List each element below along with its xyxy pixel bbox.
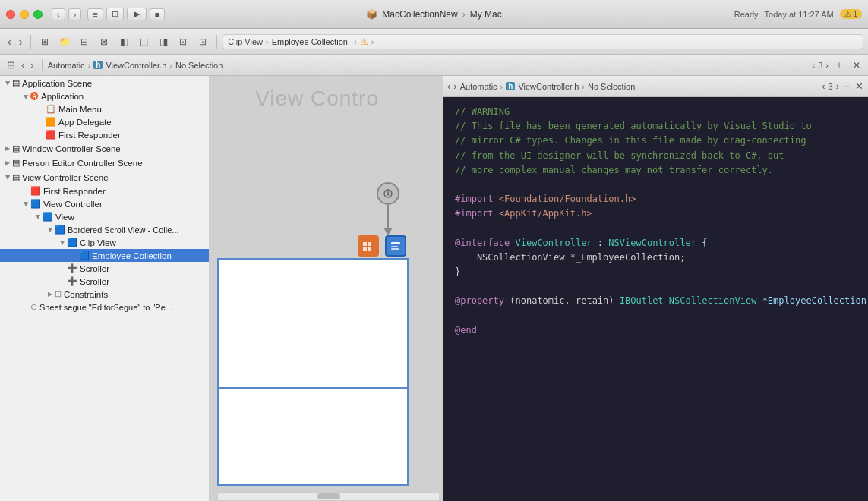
bc-location[interactable]: No Selection <box>175 61 223 70</box>
sidebar-item-first-responder-app[interactable]: 🟥 First Responder <box>0 128 209 141</box>
sidebar-item-scroller-1[interactable]: ➕ Scroller <box>0 262 209 275</box>
sidebar-section-person-editor-scene[interactable]: ▶ ▤ Person Editor Controller Scene <box>0 156 209 170</box>
sidebar-item-application[interactable]: ▶ 🅐 Application <box>0 90 209 102</box>
tb2-back-icon[interactable]: ‹ <box>813 61 816 70</box>
triangle-icon: ▶ <box>3 145 12 152</box>
layout-right-icon[interactable]: ◨ <box>155 33 172 50</box>
sidebar-section-application-scene[interactable]: ▶ ▤ Application Scene <box>0 76 209 90</box>
bc-arrow: › <box>266 37 269 46</box>
sidebar-item-constraints[interactable]: ▶ ⊡ Constraints <box>0 288 209 301</box>
bc-filename[interactable]: ViewController.h <box>106 61 166 70</box>
code-line <box>455 222 856 236</box>
code-area: ‹ › Automatic › h ViewController.h › No … <box>443 76 868 501</box>
sidebar-item-view[interactable]: ▶ 🟦 View <box>0 210 209 223</box>
sidebar-section-view-controller-scene[interactable]: ▶ ▤ View Controller Scene <box>0 170 209 184</box>
tb2-grid-icon[interactable]: ⊞ <box>5 59 17 71</box>
sidebar-item-sheet-segue[interactable]: ⊙ Sheet segue "EditorSegue" to "Pe... <box>0 301 209 314</box>
canvas-arrow <box>377 182 399 235</box>
minimize-button[interactable] <box>20 10 29 19</box>
constraints-icon: ⊡ <box>55 289 62 299</box>
main-toolbar: ‹ › ⊞ 📁 ⊟ ⊠ ◧ ◫ ◨ ⊡ ⊡ Clip View › Employ… <box>0 29 868 55</box>
bc-layout-mode[interactable]: Automatic <box>460 82 497 91</box>
tb2-forward-icon[interactable]: › <box>825 61 829 70</box>
bc-sep1: › <box>88 61 91 70</box>
code-add-btn[interactable]: ＋ <box>842 80 852 93</box>
code-line: // from the UI designer will be synchron… <box>455 149 856 163</box>
toolbar-forward-button[interactable]: › <box>16 34 26 49</box>
code-line: // This file has been generated automati… <box>455 119 856 134</box>
sidebar-item-scroller-2[interactable]: ➕ Scroller <box>0 275 209 288</box>
size-icon[interactable]: ⊡ <box>194 33 211 50</box>
forward-button[interactable]: › <box>68 8 82 20</box>
bc-file-name[interactable]: ViewController.h <box>518 82 579 91</box>
layout-left-icon[interactable]: ◧ <box>115 33 132 50</box>
sidebar-item-bordered-scroll-view[interactable]: ▶ 🟦 Bordered Scroll View - Colle... <box>0 223 209 236</box>
bc-location[interactable]: No Selection <box>588 82 635 91</box>
stop-button[interactable]: ■ <box>150 8 166 20</box>
code-close-btn[interactable]: ✕ <box>855 80 863 92</box>
collection-icon-blue[interactable] <box>385 235 406 257</box>
triangle-icon: ▶ <box>5 173 11 182</box>
triangle-icon: ▶ <box>59 238 66 247</box>
warning-badge[interactable]: ⚠ 1 <box>840 9 862 19</box>
run-button[interactable]: ▶ <box>127 8 147 20</box>
sidebar-item-employee-collection[interactable]: 🟦 Employee Collection <box>0 249 209 262</box>
fullscreen-button[interactable] <box>33 10 43 19</box>
canvas-content[interactable]: View Contro <box>210 76 443 501</box>
code-back-btn[interactable]: ‹ <box>447 80 450 92</box>
code-prev-btn[interactable]: ‹ <box>822 80 825 92</box>
bc-filetype-badge: h <box>93 61 103 69</box>
code-next-btn[interactable]: › <box>836 80 839 92</box>
code-line: // more complex manual changes may not t… <box>455 163 856 178</box>
scene-icon: ▤ <box>12 158 20 168</box>
bc-layout[interactable]: Automatic <box>48 61 85 70</box>
toolbar-back-button[interactable]: ‹ <box>5 34 14 49</box>
collection-icon-orange[interactable] <box>358 235 379 257</box>
triangle-icon: ▶ <box>23 92 30 101</box>
structure-icon[interactable]: ⊠ <box>96 33 112 50</box>
tb2-close-btn[interactable]: ✕ <box>850 59 863 71</box>
bc-file-badge: h <box>506 82 515 90</box>
breadcrumb-item[interactable]: Clip View <box>228 37 263 46</box>
tb2-back[interactable]: ‹ <box>19 59 27 71</box>
device-name: My Mac <box>470 9 502 20</box>
grid-icon[interactable]: ⊟ <box>76 33 93 50</box>
triangle-icon: ▶ <box>35 213 42 222</box>
collection-icon: 🟦 <box>79 250 90 260</box>
horizontal-scrollbar[interactable] <box>217 492 440 501</box>
titlebar: ‹ › ≡ ⊞ ▶ ■ 📦 MacCollectionNew › My Mac … <box>0 0 868 29</box>
secondary-toolbar: ⊞ ‹ › Automatic › h ViewController.h › N… <box>0 55 868 76</box>
layout-center-icon[interactable]: ◫ <box>135 33 152 50</box>
code-breadcrumb: Automatic › h ViewController.h › No Sele… <box>460 82 819 91</box>
toolbar-toggle-button[interactable]: ≡ <box>87 8 103 20</box>
tb2-add-btn[interactable]: ＋ <box>832 58 847 72</box>
sidebar-item-app-delegate[interactable]: 🟧 App Delegate <box>0 115 209 128</box>
window-title: 📦 MacCollectionNew › My Mac <box>366 9 501 20</box>
sidebar-item-main-menu[interactable]: 📋 Main Menu <box>0 102 209 115</box>
scroll-view-inner <box>217 387 409 486</box>
close-button[interactable] <box>6 10 15 19</box>
code-forward-btn[interactable]: › <box>453 80 456 92</box>
breadcrumb-item-active[interactable]: Employee Collection <box>272 37 348 46</box>
toolbar-nav-right[interactable]: › <box>371 37 374 46</box>
triangle-icon: ▶ <box>3 159 12 166</box>
app-icon: 🅐 <box>30 92 39 101</box>
constraint-icon[interactable]: ⊡ <box>175 33 191 50</box>
arrow-circle-icon <box>377 182 399 205</box>
code-line: #import <AppKit/AppKit.h> <box>455 206 856 221</box>
sidebar-item-view-controller[interactable]: ▶ 🟦 View Controller <box>0 197 209 210</box>
tb2-forward[interactable]: › <box>28 59 36 71</box>
back-button[interactable]: ‹ <box>52 8 65 20</box>
arrow-head <box>383 228 393 235</box>
scene-icon: ▤ <box>12 78 20 88</box>
sidebar-section-window-controller-scene[interactable]: ▶ ▤ Window Controller Scene <box>0 141 209 156</box>
layout-button[interactable]: ⊞ <box>106 8 124 20</box>
sidebar-item-clip-view[interactable]: ▶ 🟦 Clip View <box>0 236 209 249</box>
scene-icon: ▤ <box>12 143 20 153</box>
home-icon[interactable]: ⊞ <box>36 33 53 50</box>
toolbar-nav-left[interactable]: ‹ <box>354 37 357 46</box>
delegate-icon: 🟧 <box>46 117 56 127</box>
sidebar-item-first-responder-vc[interactable]: 🟥 First Responder <box>0 184 209 197</box>
toolbar-nav: ‹ › <box>5 34 25 49</box>
files-icon[interactable]: 📁 <box>56 33 73 50</box>
